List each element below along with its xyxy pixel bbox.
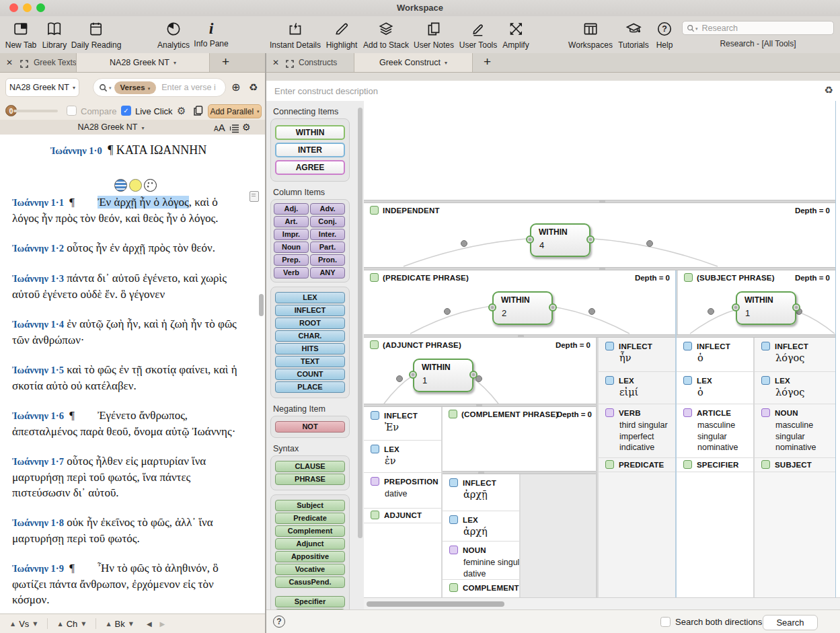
palette-button-inflect[interactable]: INFLECT [275,305,345,316]
wave-marker-icon[interactable] [114,179,127,192]
within-node-subject[interactable]: WITHIN 1 [736,291,796,325]
palette-button-hits[interactable]: HITS [275,343,345,355]
resize-notch[interactable] [478,472,484,474]
text-scrollbar-thumb[interactable] [259,294,264,316]
tab-greek-construct[interactable]: Greek Construct▾ [354,53,473,72]
palette-button-clause[interactable]: CLAUSE [275,461,345,472]
within-node-adjunct[interactable]: WITHIN 1 [413,359,473,392]
verse-ref[interactable]: Ἰωάννην 1·2 [12,243,64,254]
palette-button-char[interactable]: CHAR. [275,330,345,342]
user-note-icon[interactable] [250,191,259,202]
canvas-vertical-scrollbar[interactable] [835,101,840,599]
hits-slider-track[interactable] [13,110,58,112]
resize-notch[interactable] [599,200,605,202]
role-cell[interactable]: PREDICATE [599,458,675,472]
complement-item-column[interactable]: INFLECT ἀρχῇ LEX ἀρχή NOUN feminine sing… [443,474,519,597]
pos-cell[interactable]: PREPOSITION dative [364,473,441,509]
research-input[interactable] [701,23,811,34]
verse-search-field[interactable]: ▾ Verses▾ [93,78,226,97]
lex-cell[interactable]: LEX ἐν [364,441,441,473]
up-arrow-icon[interactable]: ▲ [58,621,62,627]
connector-port[interactable] [792,303,800,311]
palette-button-any[interactable]: ANY [310,267,345,278]
toolbar-help[interactable]: ? Help [656,19,673,50]
palette-button-phrase[interactable]: PHRASE [275,474,345,485]
pages-icon[interactable] [192,105,204,119]
toolbar-new-tab[interactable]: New Tab [5,19,36,50]
verse-ref[interactable]: Ἰωάννην 1·9 [12,563,64,574]
adjunct-item-column[interactable]: INFLECT Ἐν LEX ἐν PREPOSITION dative ADJ… [364,407,441,597]
column-divider[interactable] [675,270,677,597]
scrollbar-thumb[interactable] [367,601,504,607]
text-pane-title[interactable]: NA28 Greek NT▾ [0,122,222,132]
column-divider[interactable] [596,338,597,597]
update-icon[interactable]: ♻ [249,81,258,94]
gear-icon[interactable]: ⚙ [177,105,186,117]
lex-cell[interactable]: LEX εἰμί [599,372,675,404]
search-scope-pill[interactable]: Verses▾ [114,81,157,94]
verse-ref[interactable]: Ἰωάννην 1·4 [12,319,64,330]
add-circle-icon[interactable]: ⊕ [231,81,240,94]
subject-item-column[interactable]: INFLECT λόγος LEX λόγος NOUN masculine s… [755,338,835,597]
connector-port[interactable] [586,235,595,244]
live-click-checkbox[interactable]: ✓ [121,106,131,116]
down-arrow-icon[interactable]: ▼ [81,621,85,627]
verse-ref[interactable]: Ἰωάννην 1·3 [12,273,64,284]
down-arrow-icon[interactable]: ▼ [33,621,37,627]
close-tab-icon[interactable]: ✕ [272,58,279,67]
add-tab-button[interactable]: + [484,54,491,69]
connector-port[interactable] [549,303,557,311]
palette-button-place[interactable]: PLACE [275,381,345,393]
verse-ref[interactable]: Ἰωάννην 1·8 [12,517,64,528]
toolbar-instant-details[interactable]: Instant Details [270,19,321,50]
construct-description-input[interactable] [273,85,747,97]
toolbar-add-to-stack[interactable]: Add to Stack [363,19,409,50]
role-cell[interactable]: ADJUNCT [364,509,441,523]
palette-button-appositive[interactable]: Appositive [275,551,345,562]
palette-button-vocative[interactable]: Vocative [275,564,345,575]
verse-ref[interactable]: Ἰωάννην 1·7 [12,456,64,467]
palette-button-conj[interactable]: Conj. [310,216,345,227]
pos-cell[interactable]: NOUN feminine singular dative [443,542,519,580]
inflect-cell[interactable]: INFLECT ὁ [677,338,753,372]
font-size-control[interactable]: AA [214,122,225,134]
pos-cell[interactable]: ARTICLE masculine singular nominative [677,404,753,458]
palette-button-root[interactable]: ROOT [275,318,345,329]
inflect-cell[interactable]: INFLECT ἦν [599,338,675,372]
inflect-cell[interactable]: INFLECT Ἐν [364,407,441,441]
verse-ref[interactable]: Ἰωάννην 1·0 [50,145,102,156]
palette-button-complement[interactable]: Complement [275,525,345,537]
within-node-independent[interactable]: WITHIN 4 [530,223,590,257]
palette-button-casuspend[interactable]: CasusPend. [275,576,345,588]
scripture-text-pane[interactable]: Ἰωάννην 1·0 ¶ ΚΑΤΑ ΙΩΑΝΝΗΝ Ἰωάννην 1·1 ¶… [0,135,265,613]
role-cell[interactable]: SUBJECT [755,458,835,472]
toolbar-user-tools[interactable]: User Tools [459,19,497,50]
palette-button-agree[interactable]: AGREE [275,160,345,175]
palette-button-adj[interactable]: Adj. [274,203,309,215]
toolbar-info-pane[interactable]: i Info Pane [194,19,228,48]
up-arrow-icon[interactable]: ▲ [11,621,15,627]
toolbar-highlight[interactable]: Highlight [326,19,358,50]
toolbar-daily-reading[interactable]: Daily Reading [71,19,122,50]
column-divider[interactable] [753,338,755,597]
selected-text[interactable]: Ἐν ἀρχῇ ἦν ὁ λόγος [98,196,189,209]
gear-icon[interactable]: ⚙ [242,122,251,133]
palette-button-adv[interactable]: Adv. [310,203,345,215]
palette-button-specifier[interactable]: Specifier [275,596,345,607]
up-arrow-icon[interactable]: ▲ [106,621,110,627]
palette-scrollbar-thumb[interactable] [358,108,362,538]
connector-port[interactable] [526,235,534,244]
lex-cell[interactable]: LEX ὁ [677,372,753,404]
search-both-directions-checkbox[interactable] [660,617,671,627]
column-divider[interactable] [441,407,443,597]
connector-port[interactable] [469,371,478,379]
palette-button-adjunct[interactable]: Adjunct [275,538,345,550]
palette-button-pron[interactable]: Pron. [310,254,345,266]
palette-button-count[interactable]: COUNT [275,369,345,380]
inflect-cell[interactable]: INFLECT λόγος [755,338,835,372]
palette-button-prep[interactable]: Prep. [274,254,309,266]
module-select-button[interactable]: NA28 Greek NT▾ [5,78,79,97]
resize-notch[interactable] [599,268,605,270]
role-cell[interactable]: COMPLEMENT [443,580,519,597]
within-node-predicate[interactable]: WITHIN 2 [492,291,553,325]
